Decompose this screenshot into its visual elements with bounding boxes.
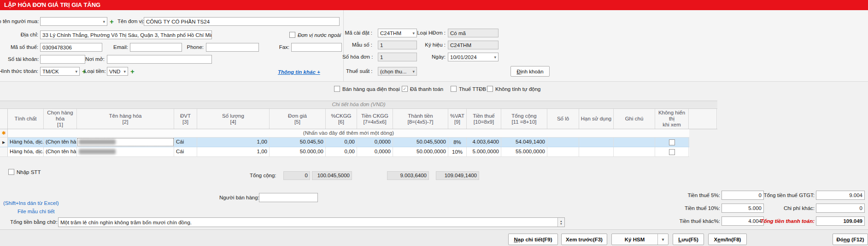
- total-payment-field[interactable]: 109.049: [816, 216, 865, 226]
- date-combo[interactable]: 10/01/2024 ▾: [448, 53, 499, 61]
- cell[interactable]: [579, 138, 614, 147]
- cell[interactable]: 50.000,00: [270, 147, 326, 156]
- column-header-3[interactable]: Tên hàng hóa[2]: [77, 109, 174, 129]
- option-phone-sale[interactable]: Bán hàng qua điện thoại: [334, 86, 400, 92]
- invoice-type-field[interactable]: Có mã: [448, 29, 499, 37]
- cell[interactable]: (Chọn tên hàng): [44, 138, 77, 147]
- cell-hide-checkbox[interactable]: [655, 147, 689, 156]
- add-currency-button[interactable]: +: [130, 67, 135, 76]
- column-header-11[interactable]: Tiền thuế[10=8x9]: [467, 109, 501, 129]
- other-cost-field[interactable]: 0: [816, 204, 865, 213]
- chevron-down-icon[interactable]: ▾: [412, 31, 415, 36]
- chevron-down-icon[interactable]: ▾: [412, 69, 415, 74]
- cell[interactable]: [77, 138, 174, 147]
- add-row-hint[interactable]: (Nhấn vào đây để thêm mới một dòng): [8, 129, 689, 137]
- excise-tax-checkbox[interactable]: [451, 86, 457, 92]
- address-input[interactable]: 33 Lý Chính Thắng, Phường Võ Thị Sáu, Qu…: [40, 30, 212, 39]
- chevron-down-icon[interactable]: ▾: [123, 69, 126, 74]
- cell[interactable]: [547, 138, 579, 147]
- paid-checkbox[interactable]: ✓: [402, 86, 408, 92]
- option-excise-tax[interactable]: Thuế TTĐB: [451, 86, 486, 92]
- cell[interactable]: 0,00: [326, 138, 357, 147]
- unit-input[interactable]: CÔNG TY CỔ PHẦN TS24: [144, 17, 340, 26]
- add-row-hint-row[interactable]: ✱ (Nhấn vào đây để thêm mới một dòng): [0, 129, 689, 138]
- cell[interactable]: 5.000,0000: [467, 147, 501, 156]
- cell[interactable]: [547, 147, 579, 156]
- payment-method-combo[interactable]: TM/CK ▾: [40, 67, 80, 76]
- enter-stt-checkbox[interactable]: [8, 169, 14, 175]
- cell[interactable]: Hàng hóa, dịc...: [8, 147, 44, 156]
- table-row[interactable]: Hàng hóa, dịc...(Chọn tên hàng)Cái1,0050…: [0, 147, 689, 157]
- option-no-auto-calc[interactable]: Không tính tự động: [487, 86, 541, 92]
- hide-when-view-checkbox[interactable]: [669, 149, 675, 155]
- column-header-8[interactable]: Tiền CKGG[7=4x5x6]: [357, 109, 393, 129]
- fax-input[interactable]: [291, 43, 342, 52]
- sign-hsm-dropdown[interactable]: ▾: [657, 234, 668, 245]
- email-input[interactable]: [130, 43, 182, 52]
- cell-hide-checkbox[interactable]: [655, 138, 689, 147]
- cell[interactable]: 10%: [448, 147, 467, 156]
- view-print-button[interactable]: Xem/In(F8): [708, 234, 747, 245]
- cell[interactable]: [614, 138, 655, 147]
- hide-when-view-checkbox[interactable]: [669, 139, 675, 145]
- bank-open-input[interactable]: [107, 55, 212, 64]
- amount-words-spinner[interactable]: ▴ ▾: [557, 218, 564, 227]
- paste-excel-link[interactable]: (Shift+Ins dán từ Excel): [3, 200, 59, 206]
- save-button[interactable]: Lưu(F5): [673, 234, 704, 245]
- chevron-down-icon[interactable]: ▾: [75, 69, 77, 74]
- option-paid[interactable]: ✓ Đã thanh toán: [402, 86, 443, 92]
- table-row[interactable]: ▶Hàng hóa, dịc...(Chọn tên hàng)Cái1,005…: [0, 138, 689, 147]
- invoice-number-field[interactable]: 1: [378, 53, 417, 61]
- cell[interactable]: 0,0000: [357, 147, 393, 156]
- posting-button[interactable]: Định khoản: [510, 66, 550, 77]
- cell[interactable]: Cái: [174, 138, 197, 147]
- cell[interactable]: [77, 147, 174, 156]
- column-header-5[interactable]: Số lượng[4]: [197, 109, 270, 129]
- setup-code-combo[interactable]: C24THM ▾: [378, 29, 417, 37]
- cell[interactable]: 4.003,6400: [467, 138, 501, 147]
- add-buyer-button[interactable]: +: [110, 17, 114, 26]
- cell[interactable]: 1,00: [197, 138, 270, 147]
- cell[interactable]: 54.049,1400: [501, 138, 547, 147]
- load-detail-button[interactable]: Nạp chi tiết(F9): [508, 234, 558, 245]
- column-header-14[interactable]: Hạn sử dụng: [579, 109, 614, 129]
- phone-input[interactable]: [206, 43, 259, 52]
- column-header-4[interactable]: ĐVT[3]: [174, 109, 197, 129]
- cell[interactable]: [614, 147, 655, 156]
- preview-button[interactable]: Xem trước(F3): [561, 234, 607, 245]
- phone-sale-checkbox[interactable]: [334, 86, 340, 92]
- serial-field[interactable]: C24THM: [448, 41, 499, 49]
- column-header-6[interactable]: Đơn giá[5]: [270, 109, 326, 129]
- chevron-down-icon[interactable]: ▾: [103, 19, 105, 24]
- amount-words-input[interactable]: Một trăm lẻ chín nghìn không trăm bốn mư…: [58, 217, 565, 227]
- cell[interactable]: Cái: [174, 147, 197, 156]
- column-header-1[interactable]: Tính chất: [8, 109, 44, 129]
- cell[interactable]: 50.000,0000: [393, 147, 448, 156]
- close-button[interactable]: Đóng (F12): [833, 234, 868, 245]
- no-auto-calc-checkbox[interactable]: [487, 86, 493, 92]
- column-header-10[interactable]: %VAT[9]: [448, 109, 467, 129]
- detail-template-link[interactable]: File mẫu chi tiết: [18, 209, 55, 214]
- column-header-16[interactable]: Không hiển thịkhi xem: [655, 109, 689, 129]
- sign-hsm-button[interactable]: Ký HSM ▾: [611, 234, 669, 245]
- cell[interactable]: 0,0000: [357, 138, 393, 147]
- chevron-down-icon[interactable]: ▾: [494, 55, 496, 60]
- cell[interactable]: 8%: [448, 138, 467, 147]
- vat-rate-combo[interactable]: (chọn thu... ▾: [378, 67, 417, 76]
- cell[interactable]: 50.045,50: [270, 138, 326, 147]
- column-header-13[interactable]: Số lô: [547, 109, 579, 129]
- column-header-2[interactable]: Chọn hàng hóa[1]: [44, 109, 77, 129]
- form-no-field[interactable]: 1: [378, 41, 417, 49]
- column-header-15[interactable]: Ghi chú: [614, 109, 655, 129]
- buyer-name-combo[interactable]: ▾: [40, 17, 107, 26]
- cell[interactable]: 0,00: [326, 147, 357, 156]
- column-header-12[interactable]: Tổng cộng[11 =8+10]: [501, 109, 547, 129]
- cell[interactable]: 1,00: [197, 147, 270, 156]
- total-vat-field[interactable]: 9.004: [816, 191, 865, 200]
- cell[interactable]: Hàng hóa, dịc...: [8, 138, 44, 147]
- spinner-down-icon[interactable]: ▾: [560, 222, 562, 225]
- cell[interactable]: 55.000,0000: [501, 147, 547, 156]
- cell[interactable]: [579, 147, 614, 156]
- column-header-7[interactable]: %CKGG[6]: [326, 109, 357, 129]
- tax-code-input[interactable]: 0309478306: [40, 43, 102, 52]
